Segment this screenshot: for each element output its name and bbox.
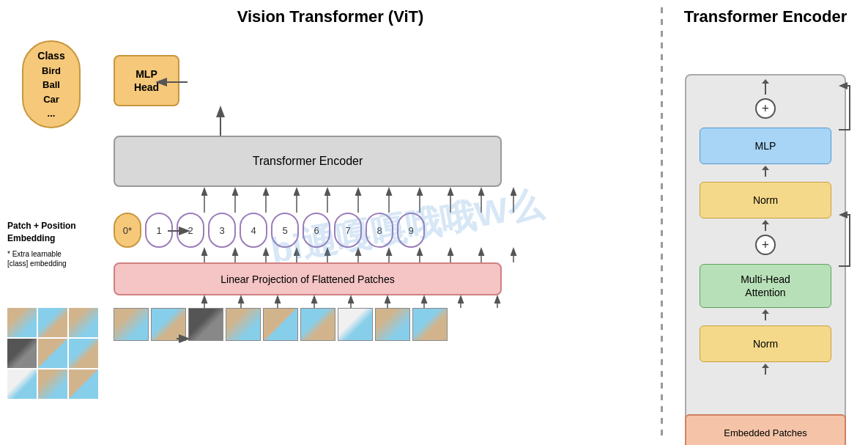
class-item-ellipsis: ... [48,106,56,121]
mlp-block-label: MLP [755,140,776,152]
arrow-line-1 [765,169,766,177]
flat-patch-4 [226,308,261,341]
token-7: 7 [334,213,362,248]
source-patch-5 [38,339,67,368]
arrow-line-4 [765,367,766,375]
left-title: Vision Transformer (ViT) [15,7,646,26]
norm-top-label: Norm [753,194,778,206]
class-item-ball: Ball [42,78,60,92]
source-patch-1 [7,308,37,337]
source-patch-4 [7,339,37,368]
token-8: 8 [366,213,393,248]
transformer-encoder-box: Transformer Encoder [114,136,502,187]
flat-patch-5 [263,308,298,341]
linear-proj-label: Linear Projection of Flattened Patches [220,273,394,285]
token-9: 9 [397,213,425,248]
arrow-line-3 [765,313,766,320]
flat-patch-7 [338,308,373,341]
mha-label: Multi-HeadAttention [741,273,790,299]
token-0: 0* [114,213,141,248]
arrowhead-2 [762,220,769,224]
flat-patch-2 [151,308,186,341]
embedded-patches-block: Embedded Patches [685,414,846,445]
norm-block-top: Norm [700,182,831,218]
arrowhead-1 [762,166,769,170]
top-arrowhead [762,79,769,84]
token-4: 4 [240,213,267,248]
flat-patch-3 [188,308,223,341]
left-panel: Vision Transformer (ViT) Class Bird Ball… [0,0,661,445]
arrowhead-3 [762,309,769,314]
plus-circle-top: + [755,98,776,119]
flat-patch-8 [375,308,410,341]
mha-block: Multi-HeadAttention [700,264,831,308]
token-5: 5 [271,213,299,248]
norm-bottom-label: Norm [753,338,778,350]
transformer-encoder-label: Transformer Encoder [253,155,363,168]
class-item-car: Car [43,92,59,107]
mlp-head-box: MLPHead [114,55,179,106]
token-3: 3 [208,213,236,248]
flat-patch-6 [300,308,335,341]
skip-arrow-svg-top [828,82,853,133]
skip-arrow-svg-bottom [828,211,853,270]
source-patch-8 [38,369,67,399]
source-patch-9 [69,369,98,399]
right-panel: Transformer Encoder L × + [663,0,868,445]
source-patch-3 [69,308,98,337]
mlp-block: MLP [700,128,831,164]
embedded-patches-label: Embedded Patches [724,427,806,438]
source-patch-6 [69,339,98,368]
encoder-inner: + MLP [694,79,837,444]
token-2: 2 [177,213,204,248]
flat-patch-9 [412,308,448,341]
token-1: 1 [145,213,173,248]
class-label: Class [37,48,64,64]
patch-embed-label: Patch + PositionEmbedding [7,220,81,245]
linear-proj-box: Linear Projection of Flattened Patches [114,262,502,295]
encoder-outer-box: + MLP [685,74,846,445]
arrow-line-2 [765,224,766,231]
class-item-bird: Bird [42,64,61,78]
right-title: Transformer Encoder [678,7,853,26]
flat-patch-1 [114,308,149,341]
source-patch-7 [7,369,37,399]
right-panel-content: L × + [678,34,853,445]
tokens-row: 0* 1 2 3 4 5 6 7 8 9 [114,213,425,248]
norm-block-bottom: Norm [700,326,831,362]
mlp-head-label: MLPHead [134,67,159,94]
top-arrow-line [765,83,766,95]
extra-learnable-label: * Extra learnable[class] embedding [7,249,88,268]
flat-patches [114,308,448,341]
class-box: Class Bird Ball Car ... [22,40,81,128]
source-patch-2 [38,308,67,337]
source-image-patches [7,308,98,399]
plus-circle-bottom: + [755,235,776,255]
arrowhead-4 [762,364,769,368]
token-6: 6 [303,213,330,248]
